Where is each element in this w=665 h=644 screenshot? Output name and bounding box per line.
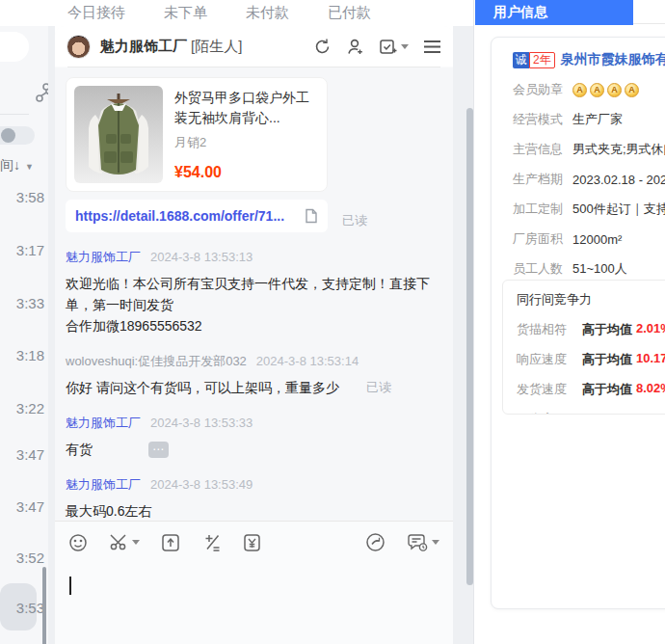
info-label: 生产档期 xyxy=(513,171,572,188)
read-status: 已读 xyxy=(366,377,391,398)
member-medals: A A A A xyxy=(572,83,639,97)
refresh-icon[interactable] xyxy=(313,38,332,56)
upload-image-icon[interactable] xyxy=(161,533,180,552)
message-time: 2024-3-8 13:53:49 xyxy=(150,477,253,492)
message-time: 2024-3-8 13:53:13 xyxy=(150,250,253,264)
composer-toolbar xyxy=(55,521,453,563)
chat-header: 魅力服饰工厂 [陌生人] xyxy=(55,26,453,67)
product-card[interactable]: 外贸马甲多口袋户外工装无袖坎肩背心... 月销2 ¥54.00 xyxy=(66,77,328,192)
chevron-down-icon: ▼ xyxy=(25,162,34,172)
stat-label: 响应速度 xyxy=(517,351,582,368)
chevron-down-icon xyxy=(401,44,409,49)
message-input[interactable] xyxy=(55,563,453,644)
info-label: 主营信息 xyxy=(513,141,572,158)
info-value: 生产厂家 xyxy=(572,111,623,128)
info-value: 51~100人 xyxy=(572,260,627,278)
info-label: 经营模式 xyxy=(513,111,572,128)
conversation-time[interactable]: 3:47 xyxy=(0,446,44,463)
chevron-down-icon xyxy=(432,540,439,545)
more-actions-icon[interactable]: ⋯ xyxy=(148,442,169,458)
tab-today-reception[interactable]: 今日接待 xyxy=(67,4,125,22)
conversation-time[interactable]: 3:53 xyxy=(0,600,44,616)
info-label: 会员勋章 xyxy=(513,81,572,98)
message-area: 外贸马甲多口袋户外工装无袖坎肩背心... 月销2 ¥54.00 https://… xyxy=(55,67,453,521)
tab-strip-rest xyxy=(633,0,665,24)
quick-send-icon[interactable] xyxy=(365,532,386,552)
medal-icon: A xyxy=(590,83,604,97)
message-sender[interactable]: 魅力服饰工厂 xyxy=(66,476,141,494)
conversation-time[interactable]: 3:17 xyxy=(0,242,44,258)
stat-value: 2.01% ↑ xyxy=(636,321,665,338)
message-sender[interactable]: 魅力服饰工厂 xyxy=(66,415,141,432)
product-link-bubble[interactable]: https://detail.1688.com/offer/71... xyxy=(66,200,328,232)
product-image xyxy=(74,86,163,183)
screenshot-icon[interactable] xyxy=(109,533,140,551)
chat-scrollbar[interactable] xyxy=(466,108,473,585)
product-price: ¥54.00 xyxy=(174,164,319,181)
read-status: 已读 xyxy=(342,212,367,229)
stat-prefix: 高于均值 xyxy=(582,351,632,368)
message: 魅力服饰工厂 2024-3-8 13:53:13 欢迎光临！本公司所有宝贝支持一… xyxy=(66,249,440,336)
contact-name: 魅力服饰工厂 xyxy=(100,38,187,56)
company-name-link[interactable]: 泉州市霞妹服饰有限公司 xyxy=(561,51,665,68)
create-task-icon[interactable] xyxy=(379,38,409,56)
message-text: 最大码0.6左右 xyxy=(66,500,440,522)
add-contact-icon[interactable] xyxy=(346,38,364,56)
message-sender[interactable]: woloveshuqi:促佳搜品开发部032 xyxy=(66,353,247,370)
info-value: 2023.02.18 - 2023.12 xyxy=(572,173,665,187)
payment-icon[interactable] xyxy=(243,533,261,552)
tab-user-info[interactable]: 用户信息 xyxy=(475,0,633,25)
conversation-time[interactable]: 3:18 xyxy=(0,347,44,363)
stat-prefix: 高于均值 xyxy=(582,321,632,338)
conversation-time[interactable]: 3:22 xyxy=(0,400,44,416)
chengxintong-badge: 诚 xyxy=(513,52,529,68)
message: 魅力服饰工厂 2024-3-8 13:53:33 有货⋯ xyxy=(66,415,440,460)
conversation-list-strip: 间↓▼ 3:58 3:17 3:33 3:18 3:22 3:47 3:47 3… xyxy=(0,26,48,644)
info-label: 员工人数 xyxy=(513,260,572,278)
stat-label: 货描相符 xyxy=(517,321,582,338)
info-value: 500件起订｜支持贴牌 xyxy=(572,201,665,218)
chevron-down-icon xyxy=(132,540,140,545)
rail-gap xyxy=(48,26,55,644)
chat-gap xyxy=(453,26,473,644)
stranger-tag: [陌生人] xyxy=(191,38,242,56)
tab-unpaid[interactable]: 未付款 xyxy=(246,4,289,22)
sort-control[interactable]: 间↓▼ xyxy=(0,157,48,174)
conversation-time[interactable]: 3:52 xyxy=(0,550,44,566)
menu-icon[interactable] xyxy=(423,40,441,54)
info-value: 男式夹克;男式休闲马甲 xyxy=(572,141,665,158)
notification-toggle[interactable] xyxy=(0,126,35,145)
message-sender[interactable]: 魅力服饰工厂 xyxy=(66,249,141,266)
rail-pill xyxy=(0,32,29,62)
competitiveness-title: 同行间竞争力 xyxy=(517,291,665,309)
conversation-time[interactable]: 3:47 xyxy=(0,498,44,515)
chat-history-icon[interactable] xyxy=(407,533,439,552)
tab-paid[interactable]: 已付款 xyxy=(328,4,371,22)
medal-icon: A xyxy=(572,83,587,97)
conversation-scrollbar[interactable] xyxy=(42,567,46,644)
conversation-time[interactable]: 3:33 xyxy=(0,295,44,311)
message-text: 你好 请问这个有货吗，可以上架吗，重量多少 xyxy=(66,377,339,398)
stat-prefix: 高于均值 xyxy=(582,381,632,398)
message-time: 2024-3-8 13:53:33 xyxy=(150,416,253,430)
medal-icon: A xyxy=(625,83,639,97)
toggle-knob xyxy=(1,128,15,143)
stat-value: 8.02% ↑ xyxy=(636,381,665,398)
quote-icon[interactable] xyxy=(201,533,222,551)
product-monthly-sales: 月销2 xyxy=(174,134,319,151)
document-icon[interactable] xyxy=(305,208,318,224)
stat-label: 发货速度 xyxy=(517,381,582,398)
user-info-panel: 用户信息 诚 2年 泉州市霞妹服饰有限公司 会员勋章 A A A A 经营模式 … xyxy=(473,0,665,644)
message: woloveshuqi:促佳搜品开发部032 2024-3-8 13:53:14… xyxy=(66,353,440,398)
stat-label: 回头率 xyxy=(517,411,582,415)
product-title: 外贸马甲多口袋户外工装无袖坎肩背心... xyxy=(174,88,319,128)
stat-value: 40.53% xyxy=(582,411,625,415)
info-label: 厂房面积 xyxy=(513,230,572,248)
emoji-icon[interactable] xyxy=(68,533,88,552)
product-link[interactable]: https://detail.1688.com/offer/71... xyxy=(75,208,305,224)
conversation-time[interactable]: 3:58 xyxy=(0,189,44,205)
tab-no-order[interactable]: 未下单 xyxy=(164,4,207,22)
rail-divider xyxy=(0,114,29,115)
top-tab-bar: 今日接待 未下单 未付款 已付款 xyxy=(0,0,472,26)
contact-avatar[interactable] xyxy=(66,35,91,59)
